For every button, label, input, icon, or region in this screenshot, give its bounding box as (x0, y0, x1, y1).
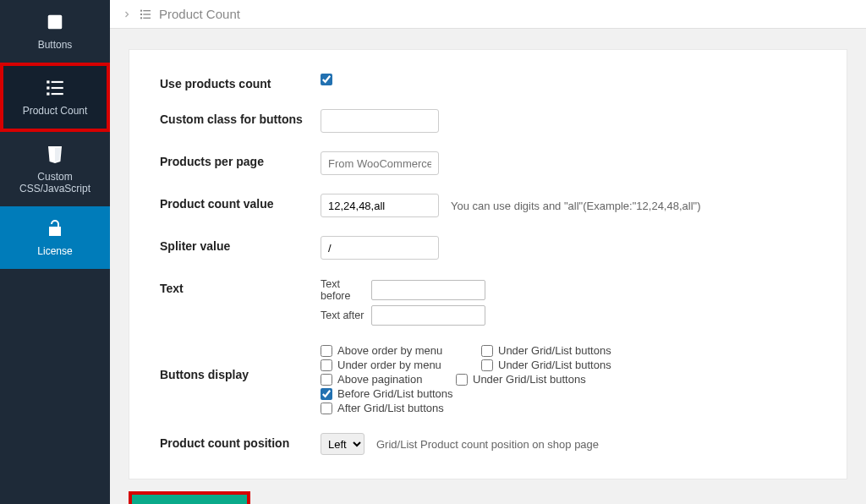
svg-rect-5 (47, 92, 49, 95)
sidebar-item-custom-css-js[interactable]: Custom CSS/JavaScript (0, 132, 110, 206)
use-products-count-checkbox[interactable] (321, 74, 332, 85)
list-icon (139, 8, 152, 21)
position-help: Grid/List Product count position on shop… (376, 438, 599, 451)
sidebar-item-label: License (37, 245, 72, 257)
svg-rect-7 (140, 9, 142, 11)
spliter-value-label: Spliter value (160, 236, 321, 253)
spliter-value-input[interactable] (321, 236, 439, 260)
cb-under-gridlist-2-label: Under Grid/List buttons (498, 359, 611, 371)
breadcrumb: Product Count (110, 0, 866, 29)
text-before-label: Text before (321, 278, 371, 302)
buttons-display-label: Buttons display (160, 344, 321, 381)
sidebar-item-buttons[interactable]: Buttons (0, 0, 110, 63)
cb-above-pagination-label: Above pagination (337, 373, 422, 386)
cb-under-gridlist-2[interactable] (481, 359, 493, 371)
cb-above-order[interactable] (321, 345, 332, 357)
css-icon (43, 142, 67, 166)
cb-after-gridlist-label: After Grid/List buttons (337, 402, 444, 414)
cb-after-gridlist[interactable] (321, 403, 332, 414)
svg-rect-4 (52, 87, 63, 89)
use-products-count-label: Use products count (160, 74, 321, 90)
custom-class-input[interactable] (321, 109, 439, 133)
sidebar-item-label: Product Count (23, 105, 88, 117)
cb-before-gridlist[interactable] (321, 388, 332, 400)
svg-rect-9 (140, 14, 142, 15)
text-label: Text (160, 278, 321, 295)
save-button[interactable]: Save Changes (129, 491, 250, 504)
position-select[interactable]: Left (321, 433, 364, 455)
svg-rect-2 (52, 81, 63, 83)
sidebar-item-label-line2: CSS/JavaScript (19, 183, 90, 194)
cb-under-gridlist-3-label: Under Grid/List buttons (473, 373, 586, 386)
sidebar: Buttons Product Count Custom CSS/JavaScr… (0, 0, 110, 504)
svg-rect-1 (47, 80, 49, 83)
text-after-label: Text after (321, 310, 371, 321)
sidebar-item-license[interactable]: License (0, 206, 110, 269)
cb-under-order-label: Under order by menu (337, 359, 441, 371)
unlock-icon (43, 216, 67, 240)
product-count-value-help: You can use digits and "all"(Example:"12… (451, 200, 701, 212)
cb-under-gridlist-3[interactable] (456, 374, 468, 386)
settings-panel: Use products count Custom class for butt… (129, 49, 847, 479)
main-area: Product Count Use products count Custom … (110, 0, 866, 504)
svg-rect-3 (47, 86, 49, 89)
svg-rect-12 (143, 17, 151, 18)
svg-rect-10 (143, 14, 151, 14)
cb-above-order-label: Above order by menu (337, 344, 442, 357)
sidebar-item-label: Buttons (38, 39, 73, 51)
custom-class-label: Custom class for buttons (160, 109, 321, 126)
cb-under-gridlist-1[interactable] (481, 345, 493, 357)
svg-rect-0 (48, 15, 63, 30)
sidebar-item-product-count[interactable]: Product Count (0, 63, 110, 132)
cb-before-gridlist-label: Before Grid/List buttons (337, 387, 453, 400)
text-after-input[interactable] (371, 305, 485, 326)
products-per-page-input[interactable] (321, 151, 439, 175)
product-count-value-input[interactable] (321, 194, 439, 217)
cb-under-gridlist-1-label: Under Grid/List buttons (498, 344, 611, 357)
sidebar-item-label-line1: Custom (37, 171, 72, 183)
cb-above-pagination[interactable] (321, 374, 332, 386)
cb-under-order[interactable] (321, 359, 332, 371)
product-count-value-label: Product count value (160, 194, 321, 211)
buttons-display-group: Above order by menu Under Grid/List butt… (321, 344, 625, 414)
svg-rect-11 (140, 17, 142, 19)
text-before-input[interactable] (371, 280, 485, 300)
products-per-page-label: Products per page (160, 151, 321, 168)
list-icon (43, 76, 67, 100)
square-icon (43, 10, 67, 34)
chevron-right-icon (122, 9, 132, 19)
page-title: Product Count (159, 7, 240, 21)
svg-rect-8 (143, 10, 151, 11)
position-label: Product count position (160, 433, 321, 450)
svg-rect-6 (52, 93, 63, 95)
